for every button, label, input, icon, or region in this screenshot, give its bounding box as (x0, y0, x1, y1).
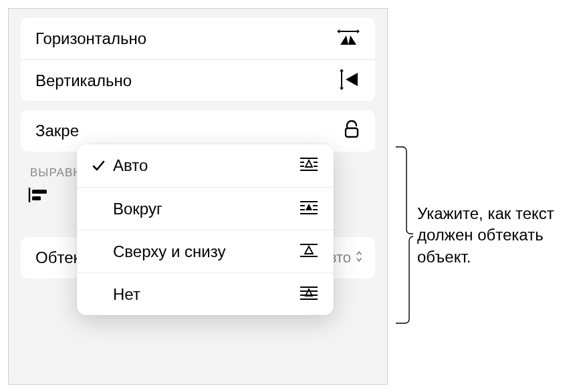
wrap-option-label: Нет (108, 285, 299, 304)
callout-bracket (394, 146, 415, 325)
flip-group: Горизонтально Вертикально (21, 18, 375, 101)
lock-icon (343, 120, 360, 142)
align-left-icon[interactable] (27, 186, 50, 206)
wrap-option-auto[interactable]: Авто (77, 144, 334, 187)
wrap-option-none[interactable]: Нет (77, 272, 334, 315)
flip-horizontal-row[interactable]: Горизонтально (21, 18, 375, 59)
flip-horizontal-icon (336, 27, 360, 50)
flip-vertical-icon (336, 68, 360, 93)
svg-rect-2 (32, 190, 47, 194)
callout-text: Укажите, как текст должен обтекать объек… (417, 203, 583, 268)
popup-indicator-icon (355, 249, 363, 266)
wrap-option-around[interactable]: Вокруг (77, 187, 334, 230)
wrap-option-label: Авто (108, 156, 299, 175)
flip-vertical-row[interactable]: Вертикально (21, 59, 375, 101)
lock-label: Закре (35, 122, 79, 140)
wrap-auto-icon (299, 156, 319, 175)
svg-rect-3 (32, 196, 41, 200)
checkmark-icon (89, 158, 108, 173)
wrap-none-icon (299, 285, 319, 304)
svg-rect-0 (346, 128, 358, 137)
wrap-popover: Авто Вокруг (77, 144, 334, 315)
flip-horizontal-label: Горизонтально (35, 29, 146, 48)
wrap-option-label: Вокруг (108, 200, 299, 218)
wrap-topbottom-icon (299, 242, 319, 261)
wrap-option-label: Сверху и снизу (108, 242, 299, 261)
wrap-around-icon (299, 200, 319, 218)
flip-vertical-label: Вертикально (35, 71, 132, 90)
wrap-option-topbottom[interactable]: Сверху и снизу (77, 230, 334, 272)
